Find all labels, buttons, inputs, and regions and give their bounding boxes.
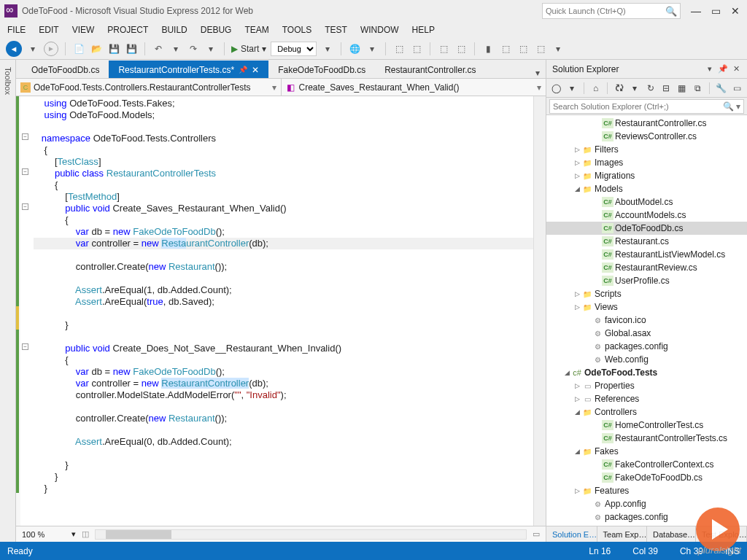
code-area[interactable]: using OdeToFood.Tests.Fakes; using OdeTo… bbox=[31, 96, 533, 526]
nav-forward-button[interactable]: ► bbox=[44, 42, 58, 56]
code-line[interactable]: [TestClass] bbox=[34, 156, 533, 168]
document-tab[interactable]: RestaurantController.cs bbox=[375, 61, 485, 78]
expand-arrow[interactable]: ◢ bbox=[573, 408, 581, 416]
panel-tab[interactable]: Database… bbox=[647, 526, 696, 542]
code-line[interactable]: public class RestaurantControllerTests bbox=[34, 168, 533, 179]
code-line[interactable]: { bbox=[34, 144, 533, 156]
tree-item[interactable]: C#RestaurantReview.cs bbox=[546, 261, 747, 274]
expand-arrow[interactable]: ▷ bbox=[573, 395, 581, 402]
document-tab[interactable]: RestaurantControllerTests.cs*📌✕ bbox=[109, 61, 268, 78]
tree-item[interactable]: ⚙packages.config bbox=[546, 510, 747, 524]
code-line[interactable]: } bbox=[34, 459, 533, 471]
se-sync-icon[interactable]: 🗘 bbox=[614, 82, 625, 95]
document-tab[interactable]: OdeToFoodDb.cs bbox=[22, 61, 109, 78]
solution-tree[interactable]: C#RestaurantController.csC#ReviewsContro… bbox=[546, 115, 747, 526]
code-line[interactable]: } bbox=[34, 471, 533, 483]
code-line[interactable] bbox=[34, 249, 533, 261]
expand-arrow[interactable]: ◢ bbox=[573, 448, 581, 455]
panel-tab[interactable]: Solution E… bbox=[546, 526, 597, 542]
undo-icon[interactable]: ↶ bbox=[152, 42, 165, 55]
menu-window[interactable]: WINDOW bbox=[360, 25, 399, 35]
outline-column[interactable]: −−−− bbox=[20, 96, 31, 526]
collapse-toggle[interactable]: − bbox=[22, 133, 28, 140]
se-view-icon[interactable]: ▭ bbox=[732, 82, 743, 95]
tb-icon-6[interactable]: ⬚ bbox=[499, 42, 512, 55]
menu-test[interactable]: TEST bbox=[325, 25, 347, 35]
se-back-icon[interactable]: ◯ bbox=[551, 82, 562, 95]
minimize-button[interactable]: — bbox=[691, 5, 701, 17]
tree-item[interactable]: ▷▭Properties bbox=[546, 379, 747, 392]
code-line[interactable]: controller.Create(new Restaurant()); bbox=[34, 261, 533, 273]
start-debug-button[interactable]: ▶ Start ▾ bbox=[231, 44, 266, 54]
tree-item[interactable]: C#RestaurantController.cs bbox=[546, 117, 747, 130]
chevron-down-icon[interactable]: ▾ bbox=[272, 82, 276, 93]
tree-item[interactable]: ▷📁Scripts bbox=[546, 287, 747, 300]
toolbar-overflow[interactable]: ▾ bbox=[551, 42, 565, 55]
menu-file[interactable]: FILE bbox=[7, 25, 26, 35]
code-line[interactable]: using OdeToFood.Tests.Fakes; bbox=[34, 98, 533, 109]
splitter-icon[interactable]: ◫ bbox=[82, 529, 89, 539]
config-drop[interactable]: ▾ bbox=[321, 42, 334, 55]
pin-icon[interactable]: 📌 bbox=[239, 66, 247, 74]
browser-drop[interactable]: ▾ bbox=[365, 42, 379, 55]
se-search-drop[interactable]: ▾ bbox=[736, 101, 740, 112]
code-line[interactable] bbox=[34, 331, 533, 343]
menu-build[interactable]: BUILD bbox=[161, 25, 187, 35]
code-line[interactable]: [TestMethod] bbox=[34, 191, 533, 203]
tree-item[interactable]: ⚙favicon.ico bbox=[546, 314, 747, 327]
browser-icon[interactable]: 🌐 bbox=[348, 42, 361, 55]
menu-help[interactable]: HELP bbox=[412, 25, 435, 35]
undo-drop[interactable]: ▾ bbox=[169, 42, 182, 55]
code-line[interactable]: namespace OdeToFood.Tests.Controllers bbox=[34, 133, 533, 144]
code-line[interactable] bbox=[34, 401, 533, 413]
tb-icon-5[interactable]: ▮ bbox=[481, 42, 495, 55]
tree-item[interactable]: C#FakeOdeToFoodDb.cs bbox=[546, 471, 747, 484]
code-line[interactable]: public void Create_Does_Not_Save__Restau… bbox=[34, 343, 533, 354]
tree-item[interactable]: C#OdeToFoodDb.cs bbox=[546, 222, 747, 235]
tree-item[interactable]: C#ReviewsController.cs bbox=[546, 130, 747, 143]
tree-item[interactable]: ▷▭References bbox=[546, 392, 747, 405]
expand-arrow[interactable]: ▷ bbox=[573, 382, 581, 389]
chevron-down-icon[interactable]: ▾ bbox=[537, 82, 541, 93]
tree-item[interactable]: ◢📁Fakes bbox=[546, 445, 747, 458]
tree-item[interactable]: ⚙App.config bbox=[546, 497, 747, 510]
code-line[interactable]: public void Create_Saves_Restaurant_When… bbox=[34, 203, 533, 214]
new-project-icon[interactable]: 📄 bbox=[72, 42, 85, 55]
save-icon[interactable]: 💾 bbox=[107, 42, 120, 55]
tb-icon-8[interactable]: ⬚ bbox=[534, 42, 547, 55]
code-line[interactable] bbox=[34, 308, 533, 319]
save-all-icon[interactable]: 💾 bbox=[125, 42, 138, 55]
tree-item[interactable]: C#FakeControllerContext.cs bbox=[546, 458, 747, 471]
tree-item[interactable]: ▷📁Filters bbox=[546, 143, 747, 156]
code-line[interactable]: var db = new FakeOdeToFoodDb(); bbox=[34, 226, 533, 238]
se-refresh-icon[interactable]: ↻ bbox=[645, 82, 657, 95]
se-search-input[interactable] bbox=[553, 102, 723, 111]
horizontal-scrollbar[interactable] bbox=[95, 529, 527, 540]
nav-back-button[interactable]: ◄ bbox=[6, 41, 22, 57]
collapse-toggle[interactable]: − bbox=[22, 343, 28, 350]
expand-arrow[interactable]: ▷ bbox=[573, 303, 581, 311]
tree-item[interactable]: C#RestaurantListViewModel.cs bbox=[546, 248, 747, 261]
quick-launch-input[interactable] bbox=[546, 7, 665, 15]
zoom-level[interactable]: 100 % bbox=[22, 530, 66, 539]
code-line[interactable]: Assert.AreEqual(1, db.Added.Count); bbox=[34, 284, 533, 296]
method-navigator[interactable]: ◧ Create_Saves_Restaurant_When_Valid() ▾ bbox=[282, 79, 546, 96]
code-editor[interactable]: −−−− using OdeToFood.Tests.Fakes; using … bbox=[16, 96, 546, 526]
code-line[interactable]: { bbox=[34, 214, 533, 226]
zoom-drop[interactable]: ▾ bbox=[71, 529, 76, 539]
code-line[interactable] bbox=[34, 448, 533, 459]
code-line[interactable]: { bbox=[34, 354, 533, 366]
tree-item[interactable]: ▷📁Views bbox=[546, 300, 747, 314]
collapse-toggle[interactable]: − bbox=[22, 203, 28, 210]
se-back-drop[interactable]: ▾ bbox=[567, 82, 578, 95]
code-line[interactable]: } bbox=[34, 319, 533, 331]
se-preview-icon[interactable]: ⧉ bbox=[692, 82, 704, 95]
code-line[interactable]: { bbox=[34, 179, 533, 191]
tree-item[interactable]: ▷📁Migrations bbox=[546, 169, 747, 182]
code-line[interactable]: using OdeToFood.Models; bbox=[34, 109, 533, 121]
tree-item[interactable]: C#AboutModel.cs bbox=[546, 195, 747, 209]
document-tab[interactable]: FakeOdeToFoodDb.cs bbox=[268, 61, 375, 78]
expand-arrow[interactable]: ▷ bbox=[573, 172, 581, 179]
tree-item[interactable]: C#UserProfile.cs bbox=[546, 274, 747, 287]
code-line[interactable] bbox=[34, 273, 533, 284]
